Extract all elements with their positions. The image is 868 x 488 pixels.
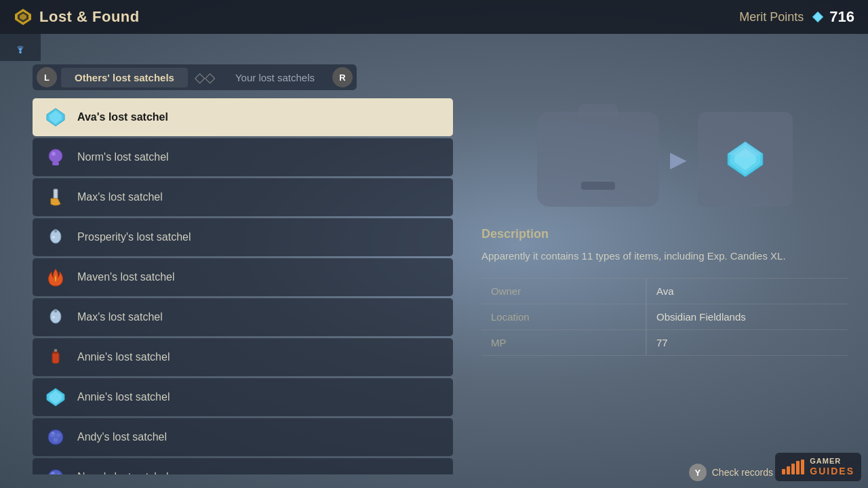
- list-item-label: Norm's lost satchel: [77, 471, 169, 474]
- satchel-preview: ▶: [475, 98, 854, 227]
- list-item[interactable]: ▶Ava's lost satchel: [33, 98, 453, 136]
- description-section: Description Apparently it contains 11 ty…: [475, 227, 854, 264]
- satchel-bag-icon: [537, 112, 659, 207]
- table-cell-label: Owner: [481, 279, 646, 304]
- bar1: [782, 469, 785, 474]
- list-item[interactable]: Andy's lost satchel: [33, 418, 453, 456]
- merit-diamond-icon: [812, 11, 824, 23]
- list-item-label: Max's lost satchel: [77, 311, 163, 323]
- bar3: [791, 464, 795, 474]
- list-item-label: Ava's lost satchel: [77, 111, 168, 123]
- list-item[interactable]: Max's lost satchel: [33, 298, 453, 336]
- list-item-label: Annie's lost satchel: [77, 351, 170, 363]
- list-item-label: Andy's lost satchel: [77, 431, 167, 443]
- tab-others[interactable]: Others' lost satchels: [61, 68, 188, 87]
- tab-bar: L Others' lost satchels ◇◇ Your lost sat…: [33, 64, 357, 90]
- detail-panel: ▶ Description Apparently it contains 11 …: [475, 98, 854, 474]
- list-item-icon: [43, 345, 68, 369]
- tab-left-button[interactable]: L: [37, 67, 57, 87]
- item-preview-box: [698, 112, 793, 207]
- list-item-icon: [43, 225, 68, 249]
- gem-icon: [725, 139, 766, 180]
- description-title: Description: [481, 227, 848, 241]
- y-button-icon: Y: [689, 464, 707, 481]
- table-row: MP77: [481, 330, 848, 356]
- wifi-icon: [10, 39, 31, 56]
- svg-rect-18: [52, 352, 59, 363]
- wifi-bar: [0, 34, 41, 61]
- list-item-label: Annie's lost satchel: [77, 391, 170, 403]
- list-panel: ▶Ava's lost satchelNorm's lost satchelMa…: [33, 98, 453, 474]
- list-item-icon: [43, 105, 68, 129]
- table-cell-value: 77: [646, 330, 848, 356]
- svg-marker-4: [814, 13, 822, 21]
- list-item-icon: [43, 385, 68, 409]
- list-item-label: Maven's lost satchel: [77, 271, 175, 283]
- merit-points-label: Merit Points: [739, 10, 804, 24]
- svg-rect-10: [52, 162, 59, 165]
- list-item-icon: [43, 305, 68, 329]
- svg-point-32: [52, 472, 54, 474]
- watermark-bars-icon: [782, 460, 804, 474]
- svg-point-26: [54, 438, 58, 443]
- table-cell-label: Location: [481, 304, 646, 330]
- list-item-label: Max's lost satchel: [77, 191, 163, 203]
- page-title: Lost & Found: [39, 8, 739, 26]
- game-logo-icon: [14, 7, 33, 26]
- svg-point-9: [52, 152, 56, 156]
- watermark-gamer: GAMER: [810, 457, 854, 466]
- table-cell-label: MP: [481, 330, 646, 356]
- tab-divider: ◇◇: [195, 69, 215, 85]
- svg-point-25: [56, 433, 60, 437]
- list-item-icon: [43, 265, 68, 289]
- svg-point-17: [52, 316, 55, 319]
- svg-point-8: [49, 149, 62, 163]
- list-item-icon: [43, 465, 68, 474]
- merit-points-value: 716: [829, 8, 854, 26]
- info-table: OwnerAvaLocationObsidian FieldlandsMP77: [481, 278, 848, 356]
- svg-rect-11: [54, 189, 58, 199]
- list-item[interactable]: Norm's lost satchel: [33, 138, 453, 176]
- svg-point-5: [19, 51, 22, 54]
- arrow-right-icon: ▶: [670, 146, 687, 172]
- check-records-label: Check records: [712, 467, 773, 478]
- svg-point-27: [52, 432, 54, 434]
- list-item[interactable]: Prosperity's lost satchel: [33, 218, 453, 256]
- description-text: Apparently it contains 11 types of items…: [481, 248, 848, 264]
- table-cell-value: Obsidian Fieldlands: [646, 304, 848, 330]
- list-item[interactable]: Annie's lost satchel: [33, 338, 453, 376]
- bar4: [796, 461, 800, 474]
- svg-rect-20: [54, 349, 57, 352]
- list-item-icon: [43, 185, 68, 209]
- svg-rect-13: [54, 229, 57, 232]
- watermark-guides: GUIDES: [810, 466, 854, 477]
- list-item-label: Prosperity's lost satchel: [77, 231, 191, 243]
- tab-yours[interactable]: Your lost satchels: [222, 68, 328, 87]
- list-item[interactable]: Norm's lost satchel: [33, 458, 453, 474]
- table-row: LocationObsidian Fieldlands: [481, 304, 848, 330]
- list-item[interactable]: Annie's lost satchel: [33, 378, 453, 416]
- tab-right-button[interactable]: R: [332, 67, 353, 87]
- bar2: [787, 466, 790, 474]
- check-records-button[interactable]: Y Check records: [689, 464, 773, 481]
- table-cell-value: Ava: [646, 279, 848, 304]
- svg-rect-16: [54, 309, 57, 312]
- list-scroll[interactable]: ▶Ava's lost satchelNorm's lost satchelMa…: [33, 98, 453, 474]
- top-bar: Lost & Found Merit Points 716: [0, 0, 868, 34]
- svg-point-23: [48, 430, 63, 445]
- list-item-icon: [43, 425, 68, 449]
- table-row: OwnerAva: [481, 279, 848, 304]
- bar5: [801, 460, 804, 474]
- list-item-label: Norm's lost satchel: [77, 151, 169, 163]
- svg-point-14: [52, 236, 55, 239]
- list-item-icon: [43, 145, 68, 169]
- list-item[interactable]: Maven's lost satchel: [33, 258, 453, 296]
- watermark-text: GAMER GUIDES: [810, 457, 854, 477]
- watermark: GAMER GUIDES: [775, 453, 861, 481]
- list-item[interactable]: Max's lost satchel: [33, 178, 453, 216]
